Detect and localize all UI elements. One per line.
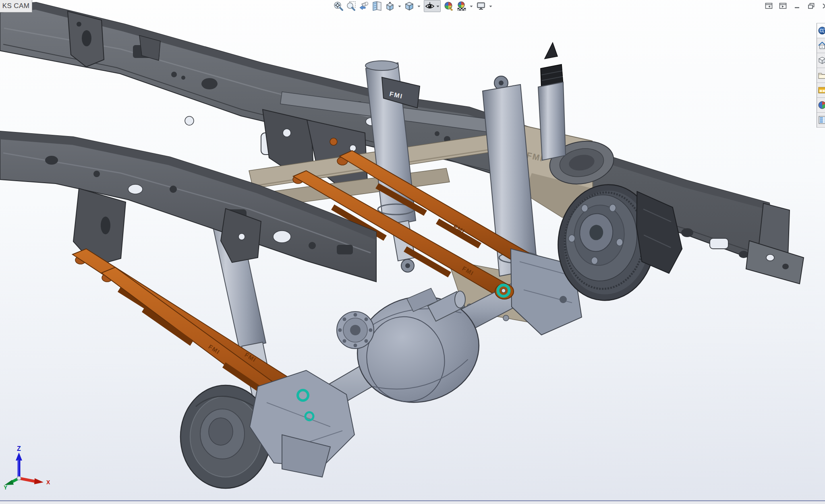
restore-button[interactable] — [807, 2, 816, 10]
document-tab[interactable]: KS CAM — [0, 0, 32, 12]
zoom-to-fit-button[interactable] — [333, 0, 344, 12]
appearances-sphere-icon — [818, 101, 825, 109]
view-orientation-button[interactable] — [384, 0, 396, 12]
task-pane-tab-resources[interactable] — [817, 38, 825, 53]
cad-viewport[interactable]: FMI FMI — [0, 0, 825, 504]
custom-properties-icon — [818, 116, 825, 124]
chevron-down-icon — [436, 1, 440, 11]
orientation-triad[interactable]: Z X Y — [3, 442, 56, 498]
edit-appearance-button[interactable] — [443, 0, 454, 12]
hide-show-items-dropdown[interactable] — [435, 0, 440, 12]
chevron-down-icon — [398, 1, 402, 11]
home-icon — [818, 41, 825, 50]
status-strip — [0, 501, 825, 504]
3dexperience-icon — [818, 26, 825, 35]
heads-up-view-toolbar — [333, 0, 493, 12]
view-settings-dropdown[interactable] — [488, 0, 493, 12]
triad-x-label: X — [46, 479, 50, 485]
zoom-to-area-icon — [346, 1, 357, 11]
display-style-dropdown[interactable] — [417, 0, 421, 12]
triad-z-label: Z — [17, 445, 21, 452]
zoom-to-area-button[interactable] — [346, 0, 357, 12]
dock-pane-left-button[interactable] — [765, 2, 773, 10]
eye-icon — [425, 1, 435, 11]
apply-scene-button[interactable] — [456, 0, 467, 12]
bump-stop[interactable] — [538, 43, 566, 160]
dock-pane-right-icon — [779, 2, 787, 10]
view-orientation-dropdown[interactable] — [397, 0, 402, 12]
close-icon — [821, 2, 825, 10]
chevron-down-icon — [469, 1, 473, 11]
previous-view-icon — [359, 1, 369, 11]
view-palette-icon — [818, 86, 825, 95]
section-view-icon — [372, 1, 382, 11]
apply-scene-dropdown[interactable] — [469, 0, 474, 12]
task-pane-tab-view-palette[interactable] — [817, 83, 825, 98]
restore-icon — [807, 2, 815, 10]
minimize-button[interactable] — [793, 2, 802, 10]
design-library-icon — [818, 56, 825, 65]
close-button[interactable] — [821, 2, 825, 10]
display-style-button[interactable] — [404, 0, 415, 12]
document-tab-label: KS CAM — [2, 2, 30, 10]
hide-show-items-pressed-group — [424, 0, 441, 12]
task-pane-tab-appearances[interactable] — [817, 98, 825, 113]
task-pane-tab-file-explorer[interactable] — [817, 68, 825, 83]
minimize-icon — [793, 2, 801, 10]
monitor-icon — [476, 1, 486, 11]
display-style-icon — [404, 1, 415, 11]
apply-scene-icon — [456, 1, 467, 11]
section-view-button[interactable] — [371, 0, 383, 12]
hide-show-items-button[interactable] — [424, 0, 435, 12]
zoom-to-fit-icon — [333, 1, 344, 11]
task-pane-tab-custom-properties[interactable] — [817, 113, 825, 128]
chevron-down-icon — [489, 1, 493, 11]
view-orientation-icon — [385, 1, 395, 11]
dock-pane-right-button[interactable] — [779, 2, 788, 10]
task-pane-tabs — [817, 23, 825, 128]
chevron-down-icon — [417, 1, 421, 11]
view-settings-button[interactable] — [475, 0, 487, 12]
folder-icon — [818, 71, 825, 80]
task-pane-tab-3dexperience[interactable] — [817, 23, 825, 38]
task-pane-tab-design-library[interactable] — [817, 53, 825, 68]
triad-y-label: Y — [4, 484, 8, 491]
previous-view-button[interactable] — [359, 0, 370, 12]
dock-pane-left-icon — [765, 2, 773, 10]
edit-appearance-icon — [444, 1, 454, 11]
window-controls — [765, 2, 825, 10]
